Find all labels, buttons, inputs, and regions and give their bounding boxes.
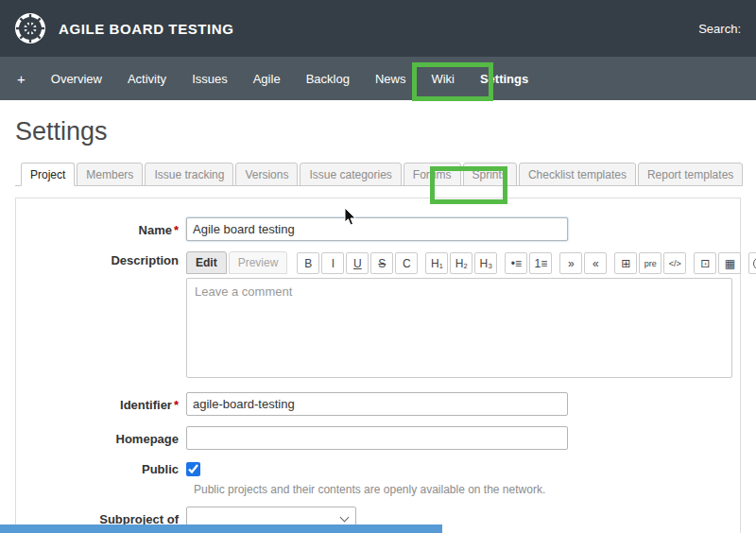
unordered-list-icon[interactable]: •≡ bbox=[505, 252, 527, 274]
inline-code-button[interactable]: C bbox=[395, 252, 418, 274]
top-header: AGILE BOARD TESTING Search: bbox=[0, 0, 756, 57]
search-label[interactable]: Search: bbox=[698, 22, 743, 36]
bottom-blue-bar bbox=[0, 524, 442, 533]
help-icon[interactable]: ? bbox=[748, 252, 756, 274]
homepage-input[interactable] bbox=[186, 426, 568, 450]
edit-tab-button[interactable]: Edit bbox=[186, 251, 227, 274]
strikethrough-button[interactable]: S bbox=[370, 252, 393, 274]
main-nav: + Overview Activity Issues Agile Backlog… bbox=[0, 57, 756, 100]
public-row: Public bbox=[16, 460, 740, 476]
tab-forums[interactable]: Forums bbox=[404, 163, 461, 186]
public-help-text: Public projects and their contents are o… bbox=[194, 483, 545, 496]
public-label: Public bbox=[16, 460, 186, 476]
required-marker: * bbox=[174, 398, 179, 412]
description-textarea[interactable] bbox=[186, 278, 732, 378]
tab-sprints[interactable]: Sprints bbox=[463, 163, 517, 186]
description-label: Description bbox=[16, 251, 186, 267]
tab-report-templates[interactable]: Report templates bbox=[638, 163, 743, 186]
underline-button[interactable]: U bbox=[346, 252, 369, 274]
nav-item-backlog[interactable]: Backlog bbox=[306, 72, 350, 86]
tab-issue-tracking[interactable]: Issue tracking bbox=[145, 163, 233, 186]
tab-checklist-templates[interactable]: Checklist templates bbox=[519, 163, 636, 186]
public-help-row: Public projects and their contents are o… bbox=[16, 483, 740, 496]
insert-image-icon[interactable]: ▦ bbox=[718, 252, 741, 274]
table-icon[interactable]: ⊞ bbox=[614, 252, 637, 274]
nav-item-overview[interactable]: Overview bbox=[51, 72, 102, 86]
homepage-row: Homepage bbox=[16, 426, 740, 450]
preformatted-text-button[interactable]: pre bbox=[639, 252, 662, 274]
main-content: Settings Project Members Issue tracking … bbox=[0, 100, 756, 533]
nav-item-news[interactable]: News bbox=[375, 72, 406, 86]
attach-file-icon[interactable]: ⊡ bbox=[694, 252, 716, 274]
required-marker: * bbox=[174, 223, 179, 237]
homepage-label: Homepage bbox=[16, 430, 186, 446]
identifier-input[interactable] bbox=[186, 392, 568, 416]
page-title: Settings bbox=[15, 117, 741, 146]
tab-issue-categories[interactable]: Issue categories bbox=[300, 163, 401, 186]
tab-versions[interactable]: Versions bbox=[235, 163, 298, 186]
editor-toolbar: Edit Preview B I U S C H₁ H₂ H₃ •≡ 1≡ » … bbox=[186, 251, 732, 274]
settings-tabs: Project Members Issue tracking Versions … bbox=[15, 162, 741, 186]
heading-1-button[interactable]: H₁ bbox=[425, 252, 448, 274]
nav-item-issues[interactable]: Issues bbox=[192, 72, 228, 86]
identifier-label: Identifier* bbox=[16, 396, 186, 412]
nav-item-new[interactable]: + bbox=[17, 71, 26, 87]
nav-item-agile[interactable]: Agile bbox=[253, 72, 281, 86]
indent-icon[interactable]: » bbox=[559, 252, 582, 274]
heading-3-button[interactable]: H₃ bbox=[474, 252, 497, 274]
description-row: Description Edit Preview B I U S C H₁ H₂… bbox=[16, 251, 740, 382]
outdent-icon[interactable]: « bbox=[584, 252, 607, 274]
project-title: AGILE BOARD TESTING bbox=[59, 21, 234, 37]
nav-item-settings[interactable]: Settings bbox=[480, 72, 528, 86]
tab-project[interactable]: Project bbox=[21, 163, 75, 186]
description-editor: Edit Preview B I U S C H₁ H₂ H₃ •≡ 1≡ » … bbox=[186, 251, 732, 382]
nav-item-activity[interactable]: Activity bbox=[128, 72, 166, 86]
nav-item-wiki[interactable]: Wiki bbox=[431, 72, 455, 86]
name-input[interactable] bbox=[186, 217, 568, 241]
heading-2-button[interactable]: H₂ bbox=[450, 252, 472, 274]
identifier-row: Identifier* bbox=[16, 392, 740, 416]
italic-button[interactable]: I bbox=[321, 252, 344, 274]
preview-tab-button[interactable]: Preview bbox=[229, 251, 288, 274]
name-row: Name* bbox=[16, 217, 740, 241]
code-block-button[interactable]: </> bbox=[663, 252, 686, 274]
public-checkbox[interactable] bbox=[186, 462, 200, 476]
bold-button[interactable]: B bbox=[297, 252, 319, 274]
ordered-list-icon[interactable]: 1≡ bbox=[529, 252, 552, 274]
app-logo-icon bbox=[13, 11, 47, 45]
tab-members[interactable]: Members bbox=[77, 163, 143, 186]
name-label: Name* bbox=[16, 221, 186, 237]
project-settings-form: Name* Description Edit Preview B I U S C… bbox=[15, 198, 741, 533]
